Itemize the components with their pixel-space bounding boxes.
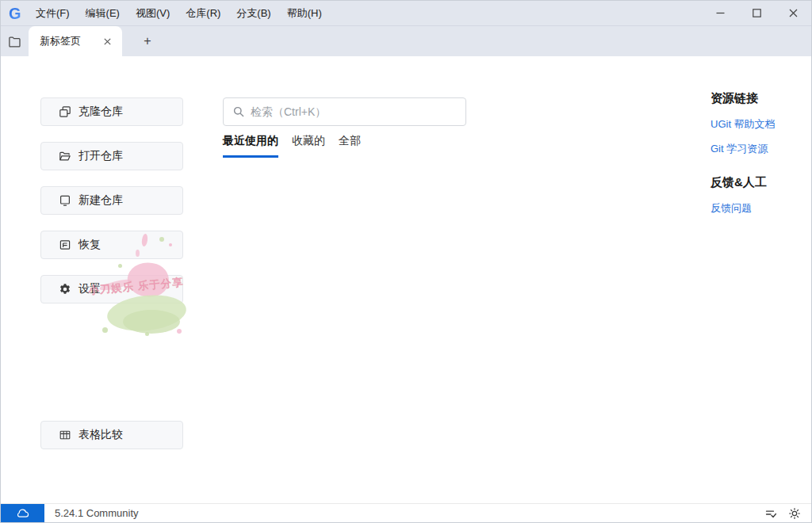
minimize-button[interactable] (702, 1, 738, 25)
tab-all[interactable]: 全部 (339, 134, 361, 158)
close-button[interactable] (775, 1, 811, 25)
settings-button[interactable]: 设置 (40, 275, 183, 303)
menu-repository[interactable]: 仓库(R) (178, 1, 228, 26)
button-label: 恢复 (79, 238, 101, 252)
changelist-check-icon (764, 507, 777, 520)
repo-list-folder-button[interactable] (1, 26, 28, 56)
watermark-splash (145, 332, 149, 336)
close-icon (104, 38, 111, 45)
tab-favorites[interactable]: 收藏的 (292, 134, 325, 158)
app-logo: G (7, 6, 28, 21)
status-bar: 5.24.1 Community (1, 503, 811, 522)
menu-file[interactable]: 文件(F) (28, 1, 78, 26)
cloud-sync-button[interactable] (1, 504, 44, 523)
link-git-learning[interactable]: Git 学习资源 (710, 142, 807, 156)
link-ugit-help-docs[interactable]: UGit 帮助文档 (710, 117, 807, 132)
repo-list-tabs: 最近使用的 收藏的 全部 (223, 134, 361, 158)
settings-gear-icon (59, 283, 71, 296)
button-label: 打开仓库 (79, 149, 123, 163)
tab-new-page[interactable]: 新标签页 (29, 26, 122, 56)
clone-repo-button[interactable]: 克隆仓库 (40, 97, 183, 126)
version-label: 5.24.1 Community (55, 507, 139, 519)
menu-help[interactable]: 帮助(H) (279, 1, 330, 26)
button-label: 设置 (79, 282, 101, 296)
tab-recently-used[interactable]: 最近使用的 (223, 134, 278, 158)
title-bar: G 文件(F) 编辑(E) 视图(V) 仓库(R) 分支(B) 帮助(H) (1, 1, 811, 26)
new-tab-button[interactable]: + (136, 26, 159, 56)
close-icon (789, 9, 798, 17)
changelist-button[interactable] (760, 504, 781, 523)
restore-button[interactable]: 恢复 (40, 231, 183, 259)
folder-icon (8, 35, 21, 48)
watermark-splash (102, 327, 108, 333)
watermark-splash (123, 310, 180, 334)
watermark-splash (177, 329, 182, 334)
main-content: 克隆仓库 打开仓库 新建仓库 恢复 设置 表格比较 (1, 56, 811, 505)
tab-label: 新标签页 (40, 34, 100, 48)
new-repo-icon (59, 194, 71, 207)
statusbar-actions (760, 504, 805, 523)
cloud-icon (16, 508, 29, 518)
link-feedback-issue[interactable]: 反馈问题 (710, 201, 807, 216)
table-compare-icon (59, 429, 71, 441)
button-label: 克隆仓库 (79, 105, 123, 119)
clone-repo-icon (59, 105, 71, 118)
open-repo-button[interactable]: 打开仓库 (40, 142, 183, 170)
open-repo-icon (59, 150, 71, 162)
menu-view[interactable]: 视图(V) (128, 1, 178, 26)
menu-edit[interactable]: 编辑(E) (78, 1, 128, 26)
button-label: 新建仓库 (79, 193, 123, 208)
tab-close-button[interactable] (100, 34, 114, 48)
restore-icon (59, 239, 71, 251)
table-compare-button[interactable]: 表格比较 (40, 421, 183, 449)
search-input[interactable] (251, 105, 465, 118)
maximize-button[interactable] (738, 1, 775, 25)
resource-links-heading: 资源链接 (710, 91, 807, 106)
menu-branch[interactable]: 分支(B) (228, 1, 278, 26)
minimize-icon (716, 9, 725, 17)
feedback-heading: 反馈&人工 (710, 175, 807, 190)
links-panel: 资源链接 UGit 帮助文档 Git 学习资源 反馈&人工 反馈问题 (710, 91, 807, 226)
tab-bar: 新标签页 + (1, 26, 811, 56)
watermark-splash (118, 264, 122, 268)
new-repo-button[interactable]: 新建仓库 (40, 186, 183, 215)
app-window: { "window": { "logo": "G", "menus": ["文件… (0, 0, 812, 523)
repo-search (223, 97, 466, 126)
maximize-icon (753, 9, 761, 17)
button-label: 表格比较 (79, 428, 123, 442)
theme-toggle-button[interactable] (784, 504, 805, 523)
search-icon (232, 105, 245, 118)
theme-sun-icon (788, 507, 801, 520)
